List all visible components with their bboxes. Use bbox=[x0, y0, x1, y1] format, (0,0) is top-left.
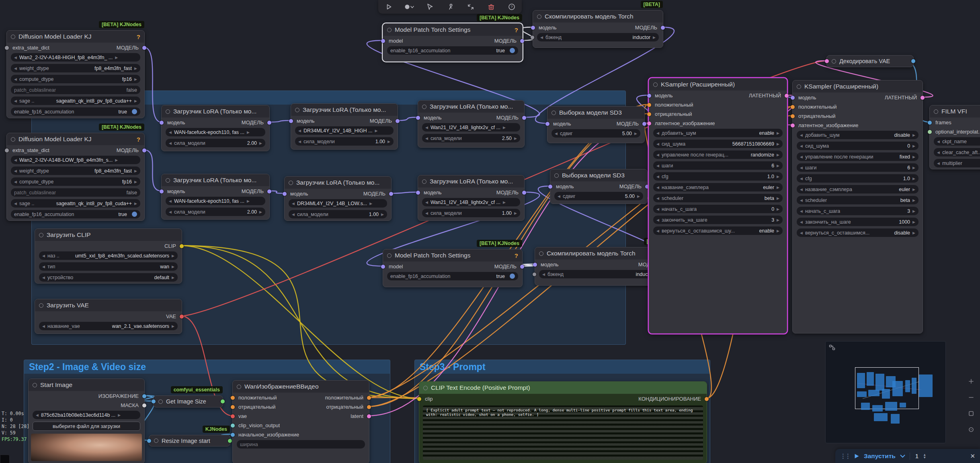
film-vfi-widget-0[interactable]: ◀ckpt_name▶ bbox=[934, 137, 980, 146]
lora-high-2[interactable]: Загрузчик LoRA (Только мо...модельМОДЕЛЬ… bbox=[291, 103, 398, 150]
combo-left-arrow-icon[interactable]: ◀ bbox=[800, 144, 803, 148]
diffusion-loader-low-widget-2[interactable]: ◀compute_dtypefp16▶ bbox=[11, 177, 140, 186]
combo-left-arrow-icon[interactable]: ◀ bbox=[656, 207, 659, 211]
combo-left-arrow-icon[interactable]: ◀ bbox=[800, 231, 803, 235]
ksampler-advanced-1-widget-6[interactable]: ◀schedulerbeta▶ bbox=[653, 194, 783, 202]
combo-right-arrow-icon[interactable]: ▶ bbox=[912, 133, 915, 137]
input-dot[interactable] bbox=[825, 59, 829, 63]
film-vfi-widget-1[interactable]: ◀clear_cache_aft...▶ bbox=[934, 148, 980, 156]
collapse-icon[interactable] bbox=[39, 303, 43, 308]
ksampler-advanced-1-widget-1[interactable]: ◀сид_шума566871510806669▶ bbox=[653, 140, 783, 148]
wan-image-to-video-titlebar[interactable]: WanИзображениеВВидео bbox=[233, 381, 369, 393]
output-dot[interactable] bbox=[267, 189, 271, 193]
ksampler-advanced-2-widget-2[interactable]: ◀управление после генерацииfixed▶ bbox=[797, 152, 918, 161]
collapse-icon[interactable] bbox=[653, 82, 658, 87]
combo-left-arrow-icon[interactable]: ◀ bbox=[558, 194, 560, 198]
input-dot[interactable] bbox=[381, 39, 385, 43]
resize-image-start[interactable]: KJNodesResize Image start bbox=[149, 435, 230, 447]
combo-left-arrow-icon[interactable]: ◀ bbox=[42, 254, 45, 258]
vae-decode[interactable]: Декодировать VAE bbox=[826, 55, 914, 67]
start-image-widget-0[interactable]: ◀875c62ba10b08eb13ec6d114b ...▶ bbox=[33, 411, 140, 419]
sd3-sampling-2-titlebar[interactable]: Выборка модели SD3 bbox=[550, 169, 647, 181]
input-dot[interactable] bbox=[160, 189, 164, 193]
combo-left-arrow-icon[interactable]: ◀ bbox=[937, 161, 940, 165]
queue-mode-icon[interactable] bbox=[404, 2, 414, 12]
combo-right-arrow-icon[interactable]: ▶ bbox=[912, 231, 915, 235]
lora-high-3-widget-0[interactable]: ◀Wan21_I2V_14B_lightx2v_cf ...▶ bbox=[422, 123, 520, 132]
combo-left-arrow-icon[interactable]: ◀ bbox=[292, 202, 295, 206]
torch-compile-2[interactable]: [BETA]Скомпилировать модель TorchмодельМ… bbox=[535, 247, 666, 286]
combo-left-arrow-icon[interactable]: ◀ bbox=[169, 199, 172, 203]
model-patch-2-widget-0[interactable]: enable_fp16_accumulationtrue bbox=[387, 272, 518, 280]
combo-left-arrow-icon[interactable]: ◀ bbox=[937, 140, 940, 144]
toggle-knob[interactable] bbox=[132, 212, 137, 217]
reset-view-icon[interactable] bbox=[966, 425, 976, 434]
clip-loader-titlebar[interactable]: Загрузить CLIP bbox=[35, 229, 182, 241]
combo-left-arrow-icon[interactable]: ◀ bbox=[800, 155, 803, 159]
lora-low-3[interactable]: Загрузчик LoRA (Только мо...модельМОДЕЛЬ… bbox=[418, 175, 525, 221]
ksampler-advanced-1-widget-5[interactable]: ◀название_сэмплераeuler▶ bbox=[653, 183, 783, 191]
sd3-sampling-2-widget-0[interactable]: ◀сдвиг5.00▶ bbox=[554, 192, 643, 200]
combo-left-arrow-icon[interactable]: ◀ bbox=[800, 198, 803, 202]
combo-right-arrow-icon[interactable]: ▶ bbox=[637, 194, 640, 198]
batch-count-stepper[interactable]: ▲▼ bbox=[923, 453, 926, 459]
lora-low-3-widget-1[interactable]: ◀сила_модели1.00▶ bbox=[422, 209, 520, 217]
lora-high-1-titlebar[interactable]: Загрузчик LoRA (Только мо... bbox=[162, 105, 269, 117]
collapse-icon[interactable] bbox=[289, 181, 293, 185]
combo-left-arrow-icon[interactable]: ◀ bbox=[169, 141, 172, 145]
lora-low-2-widget-0[interactable]: ◀DR34ML4Y_I2V_14B_LOW.s...▶ bbox=[289, 199, 387, 208]
clip-loader[interactable]: Загрузить CLIPCLIP◀наз ..umt5_xxl_fp8_e4… bbox=[35, 228, 182, 284]
combo-left-arrow-icon[interactable]: ◀ bbox=[14, 169, 17, 173]
output-dot[interactable] bbox=[396, 119, 400, 123]
input-dot[interactable] bbox=[791, 105, 795, 109]
combo-left-arrow-icon[interactable]: ◀ bbox=[298, 140, 301, 144]
vae-loader[interactable]: Загрузить VAEVAE◀название_vaewan_2.1_vae… bbox=[35, 299, 182, 334]
combo-right-arrow-icon[interactable]: ▶ bbox=[777, 207, 779, 211]
clip-text-encode-positive[interactable]: CLIP Text Encode (Positive Prompt)clipКО… bbox=[419, 381, 707, 463]
ksampler-advanced-2-titlebar[interactable]: KSampler (Расширенный) bbox=[793, 80, 923, 93]
combo-left-arrow-icon[interactable]: ◀ bbox=[656, 153, 659, 157]
diffusion-loader-high-widget-1[interactable]: ◀weight_dtypefp8_e4m3fn_fast▶ bbox=[11, 64, 140, 72]
pin-icon[interactable] bbox=[445, 2, 455, 12]
lora-high-1-widget-1[interactable]: ◀сила_модели2.00▶ bbox=[166, 139, 265, 147]
combo-right-arrow-icon[interactable]: ▶ bbox=[134, 202, 137, 206]
input-dot[interactable] bbox=[5, 148, 9, 152]
combo-right-arrow-icon[interactable]: ▶ bbox=[777, 175, 779, 179]
widget-input-dot[interactable] bbox=[533, 272, 536, 276]
lora-low-3-widget-0[interactable]: ◀Wan21_I2V_14B_lightx2v_cf ...▶ bbox=[422, 198, 520, 206]
output-dot[interactable] bbox=[520, 265, 524, 269]
ksampler-advanced-2[interactable]: KSampler (Расширенный)модельЛАТЕНТНЫЙпол… bbox=[792, 80, 923, 333]
combo-right-arrow-icon[interactable]: ▶ bbox=[912, 166, 915, 170]
combo-right-arrow-icon[interactable]: ▶ bbox=[777, 153, 779, 157]
collapse-icon[interactable] bbox=[422, 105, 426, 109]
input-dot[interactable] bbox=[231, 433, 235, 437]
input-dot[interactable] bbox=[417, 397, 421, 401]
trash-icon[interactable] bbox=[486, 2, 496, 12]
model-patch-2-titlebar[interactable]: Model Patch Torch Settings? bbox=[383, 249, 522, 261]
diffusion-loader-high[interactable]: [BETA] KJNodesDiffusion Model Loader KJ?… bbox=[6, 30, 145, 118]
combo-right-arrow-icon[interactable]: ▶ bbox=[912, 220, 915, 224]
combo-left-arrow-icon[interactable]: ◀ bbox=[800, 166, 803, 170]
collapse-icon[interactable] bbox=[295, 108, 299, 112]
workflow-graph-icon[interactable] bbox=[829, 344, 835, 352]
clip-text-encode-positive-titlebar[interactable]: CLIP Text Encode (Positive Prompt) bbox=[419, 382, 707, 394]
input-dot[interactable] bbox=[5, 46, 9, 50]
start-image-titlebar[interactable]: Start Image bbox=[29, 379, 144, 391]
combo-left-arrow-icon[interactable]: ◀ bbox=[292, 212, 295, 216]
help-icon[interactable]: ? bbox=[137, 136, 140, 143]
collapse-icon[interactable] bbox=[934, 109, 938, 114]
output-dot[interactable] bbox=[142, 403, 146, 407]
start-image-upload-button[interactable]: выберите файл для загрузки bbox=[33, 422, 140, 431]
combo-left-arrow-icon[interactable]: ◀ bbox=[800, 220, 803, 224]
combo-right-arrow-icon[interactable]: ▶ bbox=[912, 155, 915, 159]
input-dot[interactable] bbox=[791, 96, 795, 100]
lora-high-1[interactable]: Загрузчик LoRA (Только мо...модельМОДЕЛЬ… bbox=[161, 105, 270, 151]
combo-right-arrow-icon[interactable]: ▶ bbox=[172, 265, 174, 269]
output-dot[interactable] bbox=[142, 394, 146, 398]
ksampler-advanced-2-widget-3[interactable]: ◀шаги6▶ bbox=[797, 163, 918, 172]
collapse-icon[interactable] bbox=[832, 59, 836, 64]
combo-left-arrow-icon[interactable]: ◀ bbox=[425, 126, 428, 130]
combo-right-arrow-icon[interactable]: ▶ bbox=[134, 180, 137, 184]
combo-right-arrow-icon[interactable]: ▶ bbox=[514, 136, 517, 140]
combo-left-arrow-icon[interactable]: ◀ bbox=[656, 164, 659, 168]
